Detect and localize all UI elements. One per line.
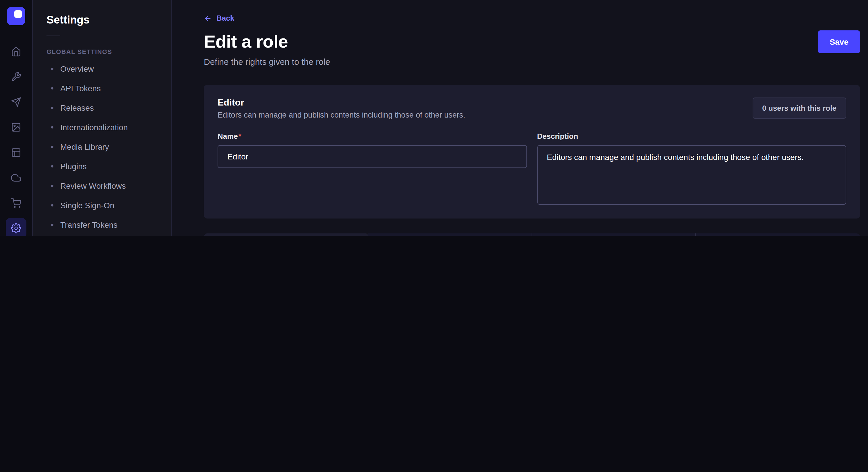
sidebar-item-global-settings-transfer-tokens[interactable]: Transfer Tokens [33,215,171,235]
sidebar-item-label: Media Library [60,142,109,151]
bullet-icon [51,107,53,109]
app-window: KD Settings GLOBAL SETTINGSOverviewAPI T… [0,0,868,236]
sidebar-item-label: Transfer Tokens [60,220,117,229]
description-textarea[interactable]: Editors can manage and publish contents … [537,145,846,205]
sidebar-item-global-settings-media-library[interactable]: Media Library [33,137,171,157]
sidebar-item-label: Internationalization [60,123,128,132]
name-field-group: Name* [218,131,527,205]
strapi-logo-icon[interactable] [7,7,25,25]
sidebar-item-label: API Tokens [60,84,101,93]
bullet-icon [51,87,53,90]
sidebar-item-label: Overview [60,64,94,73]
role-details-card: Editor Editors can manage and publish co… [204,85,860,218]
name-label-text: Name [218,132,238,140]
cloud-icon[interactable] [6,167,26,188]
sidebar-item-label: Review Workflows [60,181,126,191]
title-divider [46,36,60,36]
back-link[interactable]: Back [204,14,234,22]
section-label-global-settings: GLOBAL SETTINGS [33,40,171,59]
users-with-role-badge[interactable]: 0 users with this role [752,98,846,119]
subnav-title: Settings [33,14,171,26]
bullet-icon [51,204,53,206]
sidebar-item-label: Single Sign-On [60,201,114,210]
permissions-tabs: Collection TypesSingle TypesPluginsSetti… [204,233,860,236]
tab-single-types[interactable]: Single Types [368,233,532,236]
sidebar-item-global-settings-plugins[interactable]: Plugins [33,157,171,176]
icon-rail-items [6,39,26,236]
required-asterisk: * [239,132,241,140]
home-icon[interactable] [6,41,26,62]
icon-rail: KD [0,0,33,236]
sidebar-item-global-settings-overview[interactable]: Overview [33,59,171,78]
bullet-icon [51,126,53,129]
tab-collection-types[interactable]: Collection Types [204,233,368,236]
sidebar-item-label: Releases [60,103,94,112]
sidebar-item-global-settings-webhooks[interactable]: Webhooks [33,235,171,236]
sidebar-item-global-settings-releases[interactable]: Releases [33,98,171,117]
main-content: Back Edit a role Save Define the rights … [172,0,868,236]
deploy-icon[interactable] [6,92,26,112]
description-label: Description [537,132,578,140]
description-field-group: Description Editors can manage and publi… [537,131,846,205]
name-input[interactable] [218,145,527,168]
content-manager-icon[interactable] [6,142,26,163]
page-subtitle: Define the rights given to the role [204,57,860,67]
sidebar-item-global-settings-internationalization[interactable]: Internationalization [33,117,171,137]
media-library-icon[interactable] [6,117,26,138]
content-type-builder-icon[interactable] [6,67,26,87]
sidebar-item-global-settings-single-sign-on[interactable]: Single Sign-On [33,196,171,215]
sidebar-item-global-settings-api-tokens[interactable]: API Tokens [33,78,171,98]
back-arrow-icon [204,14,212,22]
name-label: Name* [218,132,241,140]
bullet-icon [51,224,53,226]
sidebar-item-label: Plugins [60,162,87,171]
role-card-heading: Editor Editors can manage and publish co… [218,98,465,119]
save-button[interactable]: Save [818,30,860,53]
bullet-icon [51,165,53,167]
bullet-icon [51,185,53,187]
sidebar-item-global-settings-review-workflows[interactable]: Review Workflows [33,176,171,196]
role-card-header: Editor Editors can manage and publish co… [218,98,846,119]
settings-icon[interactable] [6,218,26,236]
subnav-sections: GLOBAL SETTINGSOverviewAPI TokensRelease… [33,40,171,236]
permissions-card: Collection TypesSingle TypesPluginsSetti… [204,233,860,236]
page-title: Edit a role [204,32,288,52]
role-name-heading: Editor [218,98,465,108]
role-fields: Name* Description Editors can manage and… [218,131,846,205]
back-label: Back [216,14,234,22]
bullet-icon [51,146,53,148]
tab-plugins[interactable]: Plugins [532,233,696,236]
tab-settings[interactable]: Settings [696,233,860,236]
role-description-heading: Editors can manage and publish contents … [218,111,465,119]
page-header: Edit a role Save [204,30,860,53]
settings-subnav: Settings GLOBAL SETTINGSOverviewAPI Toke… [33,0,172,236]
marketplace-icon[interactable] [6,193,26,213]
bullet-icon [51,68,53,70]
